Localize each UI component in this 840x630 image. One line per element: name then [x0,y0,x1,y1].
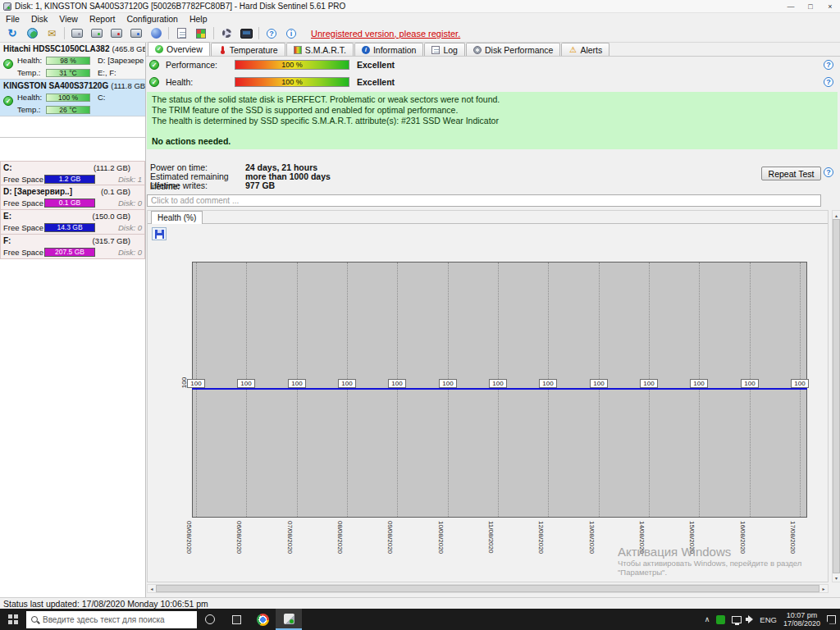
menu-disk[interactable]: Disk [25,14,53,24]
horizontal-scroll-thumb[interactable] [156,585,819,592]
chart-value-label: 100 [690,379,708,388]
scroll-right-icon[interactable]: ▸ [819,585,828,592]
floppy-icon [155,230,164,239]
chart-gridline [397,262,398,517]
window-controls: — □ × [781,0,840,12]
performance-help-icon[interactable]: ? [824,60,833,70]
health-chart-plot: 100 100100100100100100100100100100100100… [192,262,807,518]
temp-meter: 31 °C [46,69,90,77]
free-space-label: Free Space [3,248,44,257]
free-space-bar: 207.5 GB [44,248,95,257]
menu-help[interactable]: Help [184,14,213,24]
help-button[interactable]: ? [262,25,281,42]
comment-input[interactable] [147,194,821,207]
about-button[interactable]: i [281,25,301,42]
scroll-up-icon[interactable]: ▴ [833,211,840,219]
minimize-button[interactable]: — [781,0,801,12]
disk-size: (111.8 GB) [111,81,145,90]
menu-file[interactable]: File [0,14,25,24]
health-chart-tab[interactable]: Health (%) [151,211,203,224]
partition-name: F: [3,236,11,245]
menu-report[interactable]: Report [84,14,121,24]
close-button[interactable]: × [820,0,840,12]
taskbar-search[interactable] [26,611,197,628]
scroll-down-icon[interactable]: ▾ [833,573,840,582]
search-input[interactable] [43,615,192,624]
detect-disks-button[interactable] [67,25,87,42]
report-page-icon [177,28,186,39]
save-chart-button[interactable] [152,227,167,240]
partition-row-e[interactable]: E: (150.0 GB) Free Space 14.3 GB Disk: 0 [0,210,145,235]
online-status-button[interactable] [22,25,42,42]
disk-list: Hitachi HDS5C1050CLA382 (465.8 GB) Disk:… [0,43,145,138]
horizontal-scrollbar[interactable]: ◂ ▸ [147,584,829,593]
network-icon[interactable] [732,616,742,623]
tray-expand-icon[interactable]: ∧ [705,615,710,623]
search-icon [31,616,38,623]
hard-disk-ok-icon [91,29,103,38]
disk-tools-button[interactable] [126,25,146,42]
chart-date-label: 13/08/2020 [588,521,596,554]
maximize-button[interactable]: □ [801,0,820,12]
watermark-line: "Параметры". [618,568,801,577]
report-button[interactable] [171,25,191,42]
app-icon [3,2,11,11]
partition-disk: Disk: 0 [118,223,142,232]
chart-gridline [699,262,700,517]
partition-size: (150.0 GB) [93,212,130,221]
action-center-icon[interactable] [827,615,836,624]
hard-disk-sentinel-taskbar-button[interactable] [276,609,302,630]
tab-information[interactable]: iInformation [354,43,424,56]
chart-gridline [750,262,751,517]
menu-configuration[interactable]: Configuration [121,14,183,24]
surface-test-button[interactable] [191,25,211,42]
tab-log[interactable]: Log [424,43,465,56]
menu-view[interactable]: View [53,14,84,24]
network-disks-button[interactable] [146,25,166,42]
hardware-info-button[interactable] [236,25,256,42]
info-icon: i [286,29,296,39]
chart-value-label: 100 [791,379,809,388]
health-label: Health: [166,77,235,87]
partition-row-f[interactable]: F: (315.7 GB) Free Space 207.5 GB Disk: … [0,235,145,259]
settings-button[interactable] [217,25,236,42]
task-view-button[interactable] [223,609,249,630]
tab-disk-performance[interactable]: Disk Performance [466,43,560,56]
free-space-bar: 1.2 GB [44,175,95,184]
task-view-icon [232,615,241,624]
tray-hdsentinel-icon[interactable] [716,615,725,624]
cortana-button[interactable] [197,609,223,630]
health-help-icon[interactable]: ? [824,77,833,87]
repeat-test-help-icon[interactable]: ? [824,167,833,177]
send-report-button[interactable]: ✉ [42,25,62,42]
partition-row-c[interactable]: C: (111.2 GB) Free Space 1.2 GB Disk: 1 [0,161,145,185]
partition-row-d[interactable]: D: [Зарезервир..] (0.1 GB) Free Space 0.… [0,185,145,210]
tab-bar: ✓Overview Temperature S.M.A.R.T. iInform… [146,43,840,57]
tab-smart[interactable]: S.M.A.R.T. [286,43,354,56]
language-indicator[interactable]: ENG [760,615,777,624]
disk-card-hitachi[interactable]: Hitachi HDS5C1050CLA382 (465.8 GB) Disk:… [0,43,145,80]
performance-bar: 100 % [235,60,349,70]
scroll-left-icon[interactable]: ◂ [148,585,156,592]
tab-alerts[interactable]: ⚠Alerts [561,43,609,56]
disk-sidebar: Hitachi HDS5C1050CLA382 (465.8 GB) Disk:… [0,43,146,597]
vertical-scrollbar[interactable]: ▴ ▾ [832,210,840,582]
tab-temperature[interactable]: Temperature [211,43,285,56]
disk-status-button[interactable] [87,25,107,42]
disk-card-kingston[interactable]: KINGSTON SA400S37120G (111.8 GB) Disk: 1… [0,80,145,116]
hard-disk-error-icon [111,29,122,38]
register-link[interactable]: Unregistered version, please register. [311,29,460,39]
chart-date-label: 06/08/2020 [235,521,243,554]
chrome-button[interactable] [249,609,276,630]
refresh-button[interactable]: ↻ [2,25,22,42]
tab-overview[interactable]: ✓Overview [148,42,210,56]
chart-tab-rule [148,223,828,224]
taskbar-clock[interactable]: 10:07 pm 17/08/2020 [783,611,820,628]
disk-problems-button[interactable] [107,25,126,42]
volume-icon[interactable] [748,615,753,623]
free-space-label: Free Space [3,175,44,184]
check-circle-icon: ✓ [155,45,163,53]
start-button[interactable] [0,609,26,630]
vertical-scroll-thumb[interactable] [833,219,840,573]
repeat-test-button[interactable]: Repeat Test [761,167,821,180]
